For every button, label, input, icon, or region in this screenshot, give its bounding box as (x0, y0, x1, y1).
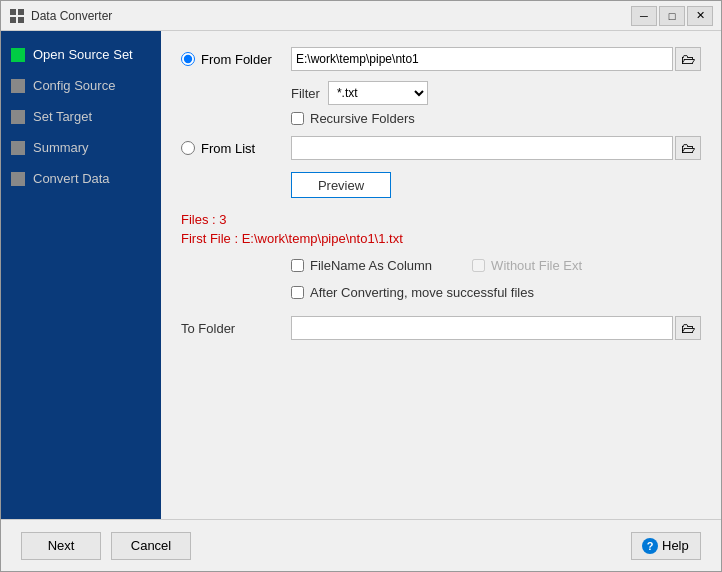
title-bar-left: Data Converter (9, 8, 112, 24)
maximize-button[interactable]: □ (659, 6, 685, 26)
filename-as-column-checkbox[interactable] (291, 259, 304, 272)
filter-select[interactable]: *.txt *.csv *.dat *.* (328, 81, 428, 105)
sidebar-indicator-config-source (11, 79, 25, 93)
filter-label: Filter (291, 86, 320, 101)
help-icon: ? (642, 538, 658, 554)
browse-folder-icon: 🗁 (681, 51, 695, 67)
help-button[interactable]: ? Help (631, 532, 701, 560)
filter-row: Filter *.txt *.csv *.dat *.* (291, 81, 701, 105)
bottom-bar-left: Next Cancel (21, 532, 191, 560)
from-list-radio-label[interactable]: From List (181, 141, 291, 156)
files-count: Files : 3 (181, 212, 701, 227)
after-converting-label: After Converting, move successful files (310, 285, 534, 300)
from-folder-radio[interactable] (181, 52, 195, 66)
without-file-ext-checkbox[interactable] (472, 259, 485, 272)
preview-button[interactable]: Preview (291, 172, 391, 198)
from-list-input[interactable] (291, 136, 673, 160)
sidebar-label-set-target: Set Target (33, 109, 92, 124)
from-folder-browse-button[interactable]: 🗁 (675, 47, 701, 71)
without-file-ext-option: Without File Ext (472, 258, 582, 273)
browse-to-folder-icon: 🗁 (681, 320, 695, 336)
from-list-browse-button[interactable]: 🗁 (675, 136, 701, 160)
after-converting-row: After Converting, move successful files (291, 285, 701, 300)
sidebar-item-open-source-set[interactable]: Open Source Set (1, 39, 161, 70)
first-file-info: First File : E:\work\temp\pipe\nto1\1.tx… (181, 231, 701, 246)
recursive-folders-row: Recursive Folders (291, 111, 701, 126)
sidebar-indicator-set-target (11, 110, 25, 124)
sidebar-label-convert-data: Convert Data (33, 171, 110, 186)
form-section: From Folder 🗁 Filter *.txt *.csv *.dat *… (181, 47, 701, 503)
sidebar-label-open-source-set: Open Source Set (33, 47, 133, 62)
sidebar-indicator-summary (11, 141, 25, 155)
bottom-bar: Next Cancel ? Help (1, 519, 721, 571)
title-bar: Data Converter ─ □ ✕ (1, 1, 721, 31)
to-folder-label: To Folder (181, 321, 291, 336)
main-window: Data Converter ─ □ ✕ Open Source Set Con… (0, 0, 722, 572)
to-folder-row: To Folder 🗁 (181, 316, 701, 340)
svg-rect-1 (18, 9, 24, 15)
sidebar-item-convert-data[interactable]: Convert Data (1, 163, 161, 194)
help-label: Help (662, 538, 689, 553)
sidebar-item-config-source[interactable]: Config Source (1, 70, 161, 101)
from-folder-label: From Folder (201, 52, 272, 67)
filename-as-column-option: FileName As Column (291, 258, 432, 273)
from-folder-row: From Folder 🗁 (181, 47, 701, 71)
window-title: Data Converter (31, 9, 112, 23)
svg-rect-3 (18, 17, 24, 23)
to-folder-input[interactable] (291, 316, 673, 340)
sidebar-item-set-target[interactable]: Set Target (1, 101, 161, 132)
sidebar-indicator-convert-data (11, 172, 25, 186)
from-folder-radio-label[interactable]: From Folder (181, 52, 291, 67)
preview-area: Preview (291, 172, 701, 198)
sidebar-label-config-source: Config Source (33, 78, 115, 93)
cancel-button[interactable]: Cancel (111, 532, 191, 560)
recursive-folders-label: Recursive Folders (310, 111, 415, 126)
sidebar-label-summary: Summary (33, 140, 89, 155)
after-converting-checkbox[interactable] (291, 286, 304, 299)
from-list-label: From List (201, 141, 255, 156)
filename-options-row: FileName As Column Without File Ext (291, 258, 701, 273)
content-panel: From Folder 🗁 Filter *.txt *.csv *.dat *… (161, 31, 721, 519)
from-list-radio[interactable] (181, 141, 195, 155)
sidebar: Open Source Set Config Source Set Target… (1, 31, 161, 519)
minimize-button[interactable]: ─ (631, 6, 657, 26)
svg-rect-2 (10, 17, 16, 23)
close-button[interactable]: ✕ (687, 6, 713, 26)
next-button[interactable]: Next (21, 532, 101, 560)
to-folder-browse-button[interactable]: 🗁 (675, 316, 701, 340)
filename-as-column-label: FileName As Column (310, 258, 432, 273)
browse-list-icon: 🗁 (681, 140, 695, 156)
window-controls: ─ □ ✕ (631, 6, 713, 26)
without-file-ext-label: Without File Ext (491, 258, 582, 273)
sidebar-indicator-open-source-set (11, 48, 25, 62)
from-folder-input[interactable] (291, 47, 673, 71)
app-icon (9, 8, 25, 24)
main-area: Open Source Set Config Source Set Target… (1, 31, 721, 519)
sidebar-item-summary[interactable]: Summary (1, 132, 161, 163)
svg-rect-0 (10, 9, 16, 15)
recursive-folders-checkbox[interactable] (291, 112, 304, 125)
from-list-row: From List 🗁 (181, 136, 701, 160)
